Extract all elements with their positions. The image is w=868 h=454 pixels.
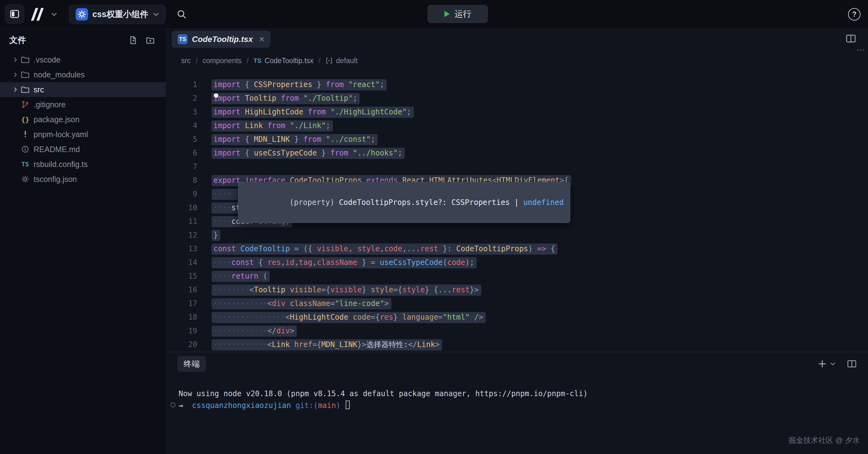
info-circle-icon xyxy=(21,145,30,153)
code-line[interactable]: 3import HighLightCode from "./HighLightC… xyxy=(166,105,868,119)
play-icon xyxy=(444,10,450,18)
git-branch-icon xyxy=(21,100,30,108)
code-token xyxy=(285,121,290,130)
search-button[interactable] xyxy=(176,9,187,19)
breadcrumb-components[interactable]: components xyxy=(203,57,241,65)
tab-codetooltip[interactable]: TS CodeTooltip.tsx × xyxy=(172,31,270,47)
code-line[interactable]: 20············<Link href={MDN_LINK}>选择器特… xyxy=(166,338,868,351)
tree-item-vscode[interactable]: .vscode xyxy=(0,52,166,67)
code-token: } xyxy=(362,286,371,294)
new-terminal-plus-icon[interactable] xyxy=(817,359,827,368)
tree-item-gitignore[interactable]: .gitignore xyxy=(0,97,166,112)
code-token xyxy=(236,245,240,253)
code-token: 选择器特性: xyxy=(366,340,408,349)
code-token: from xyxy=(281,94,299,103)
breadcrumb-symbol-default[interactable]: default xyxy=(326,57,358,65)
code-line[interactable]: 18················<HighLightCode code={r… xyxy=(166,310,868,324)
tree-item-label: .gitignore xyxy=(34,100,66,109)
code-token: HighLightCode xyxy=(290,313,348,322)
app-logo[interactable] xyxy=(29,6,46,22)
code-line[interactable]: 19············</div> xyxy=(166,324,868,338)
code-editor[interactable]: 1import { CSSProperties } from "react";2… xyxy=(166,71,868,352)
code-line[interactable]: 17············<div className="line-code"… xyxy=(166,297,868,310)
tree-item-package-json[interactable]: {} package.json xyxy=(0,112,166,127)
code-text: import HighLightCode from "./HighLightCo… xyxy=(212,105,414,119)
code-token: }> xyxy=(470,286,479,294)
code-token xyxy=(303,107,308,116)
code-token: visible xyxy=(331,286,362,294)
code-line[interactable]: 7 xyxy=(166,160,868,173)
folder-icon xyxy=(21,71,30,78)
typescript-badge-icon: TS xyxy=(178,34,188,44)
run-button[interactable]: 运行 xyxy=(428,5,488,23)
breadcrumb-file[interactable]: TS CodeTooltip.tsx xyxy=(253,57,314,65)
line-number: 10 xyxy=(166,201,197,215)
split-editor-icon[interactable] xyxy=(846,34,856,43)
code-line[interactable]: 5import { MDN_LINK } from "../const"; xyxy=(166,132,868,146)
split-terminal-icon[interactable] xyxy=(847,359,857,368)
code-token: { xyxy=(546,245,555,253)
code-token xyxy=(344,80,348,89)
breadcrumb-file-label: CodeTooltip.tsx xyxy=(265,57,313,65)
code-line[interactable]: 12} xyxy=(166,228,868,242)
tree-item-rsbuild-config[interactable]: TS rsbuild.config.ts xyxy=(0,157,166,172)
line-number: 20 xyxy=(166,338,197,351)
terminal-cursor xyxy=(346,400,350,409)
code-token: } xyxy=(290,135,303,144)
help-button[interactable]: ? xyxy=(848,8,861,21)
tree-item-pnpm-lock[interactable]: ! pnpm-lock.yaml xyxy=(0,127,166,142)
code-line[interactable]: 14····const { res,id,tag,className } = u… xyxy=(166,256,868,269)
tree-item-tsconfig[interactable]: tsconfig.json xyxy=(0,172,166,187)
code-token xyxy=(348,313,352,322)
terminal-dropdown-chevron-icon[interactable] xyxy=(830,362,836,366)
code-line[interactable]: 2import Tooltip from "./Tooltip"; xyxy=(166,91,868,105)
whitespace-dots: ········ xyxy=(213,286,249,294)
code-token: import xyxy=(213,149,241,157)
close-tab-icon[interactable]: × xyxy=(259,34,265,44)
whitespace-dots: ···· xyxy=(213,203,231,212)
code-token: } xyxy=(312,80,326,89)
code-token xyxy=(348,149,353,157)
code-token: ={ xyxy=(371,313,380,322)
exclamation-icon: ! xyxy=(21,130,30,139)
code-token: < xyxy=(249,286,254,294)
code-line[interactable]: 15····return ( xyxy=(166,269,868,283)
terminal-tab[interactable]: 终端 xyxy=(177,356,206,372)
code-token: ; xyxy=(380,80,384,89)
code-line[interactable]: 4import Link from "./Link"; xyxy=(166,119,868,132)
breadcrumb-src[interactable]: src xyxy=(181,57,191,65)
more-actions-icon[interactable] xyxy=(857,48,865,52)
folder-icon xyxy=(21,86,30,93)
tree-item-readme[interactable]: README.md xyxy=(0,142,166,157)
code-token: /> xyxy=(474,313,483,322)
code-token: import xyxy=(213,135,241,144)
code-token: id xyxy=(285,258,294,267)
code-token: rest xyxy=(420,245,438,253)
code-line[interactable]: 13const CodeTooltip = ({ visible, style,… xyxy=(166,242,868,256)
logo-chevron-down-icon[interactable] xyxy=(51,12,57,17)
code-token: MDN_LINK xyxy=(321,340,358,349)
sidebar-toggle-button[interactable] xyxy=(5,4,24,24)
tree-item-node-modules[interactable]: node_modules xyxy=(0,67,166,82)
code-line[interactable]: 1import { CSSProperties } from "react"; xyxy=(166,78,868,91)
new-file-button[interactable] xyxy=(128,35,138,45)
new-folder-button[interactable] xyxy=(145,35,155,45)
whitespace-dots: ···· xyxy=(213,190,231,198)
terminal-output[interactable]: Now using node v20.18.0 (pnpm v8.15.4 as… xyxy=(177,388,868,412)
code-token: } xyxy=(393,313,402,322)
tree-item-src[interactable]: src xyxy=(0,82,166,97)
line-number: 8 xyxy=(166,173,197,187)
code-text: import Tooltip from "./Tooltip"; xyxy=(212,91,360,105)
code-token xyxy=(241,121,245,130)
code-token: { xyxy=(254,258,267,267)
line-number: 13 xyxy=(166,242,197,256)
project-selector[interactable]: css权重小组件 xyxy=(69,5,165,24)
file-tree: .vscode node_modules src .gitignor xyxy=(0,52,166,187)
hover-tooltip-text: (property) CodeTooltipProps.style?: CSSP… xyxy=(290,198,564,207)
code-line[interactable]: 6import { useCssTypeCode } from "../hook… xyxy=(166,146,868,160)
code-line[interactable]: 16········<Tooltip visible={visible} sty… xyxy=(166,283,868,297)
code-token xyxy=(470,313,474,322)
line-number: 19 xyxy=(166,324,197,338)
json-braces-icon: {} xyxy=(21,116,30,124)
whitespace-dots: ················ xyxy=(213,313,285,322)
